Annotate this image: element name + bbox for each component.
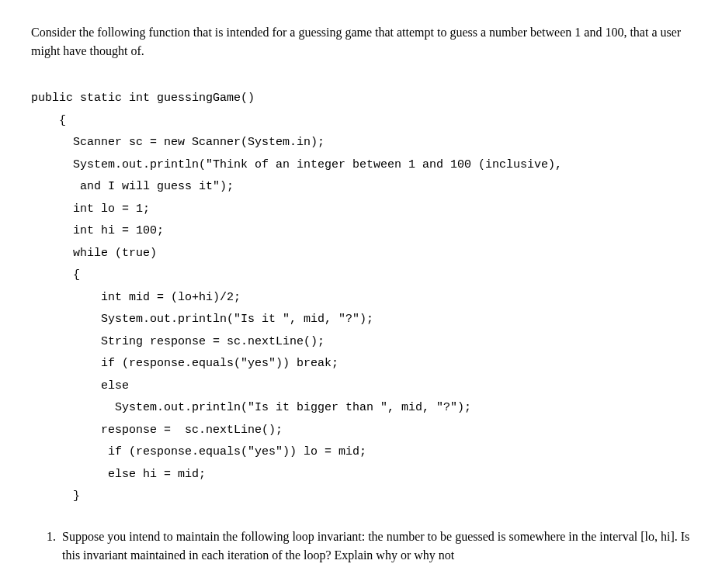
question-number: 1. [47, 527, 56, 565]
code-block: public static int guessingGame() { Scann… [31, 88, 691, 508]
intro-paragraph: Consider the following function that is … [31, 23, 691, 61]
question-text: Suppose you intend to maintain the follo… [62, 527, 691, 565]
question-item: 1. Suppose you intend to maintain the fo… [47, 527, 691, 565]
